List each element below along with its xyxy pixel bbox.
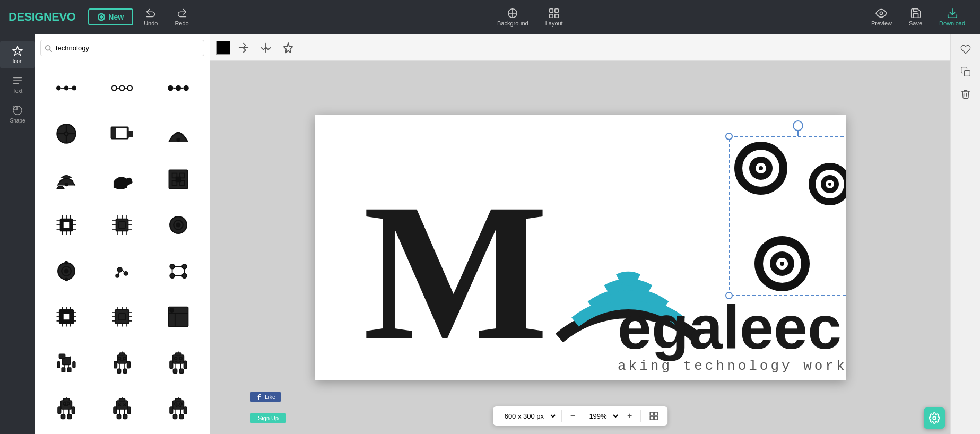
icon-cell[interactable] xyxy=(151,158,205,201)
separator xyxy=(640,410,641,422)
svg-rect-196 xyxy=(184,407,187,414)
icon-cell[interactable] xyxy=(96,249,150,293)
icon-cell[interactable] xyxy=(151,112,205,155)
svg-text:aking technology work for you.: aking technology work for you... xyxy=(618,358,846,374)
svg-rect-173 xyxy=(61,414,65,419)
settings-button[interactable] xyxy=(924,407,945,429)
svg-line-15 xyxy=(50,49,52,51)
layout-button[interactable]: Layout xyxy=(539,5,569,29)
icon-cell[interactable] xyxy=(39,386,93,430)
search-area xyxy=(35,34,210,62)
svg-rect-150 xyxy=(118,369,121,373)
sidebar-item-text[interactable]: Text xyxy=(0,71,35,98)
background-label: Background xyxy=(497,20,528,27)
undo-button[interactable]: Undo xyxy=(137,5,164,29)
flip-vertical-button[interactable] xyxy=(257,40,275,56)
svg-point-210 xyxy=(759,166,763,170)
flip-horizontal-button[interactable] xyxy=(235,40,253,56)
icon-cell[interactable] xyxy=(96,203,150,247)
svg-rect-146 xyxy=(114,361,117,368)
icon-cell[interactable] xyxy=(151,341,205,384)
icon-cell[interactable] xyxy=(39,295,93,338)
brand-evo: EVO xyxy=(51,10,75,23)
icon-cell[interactable] xyxy=(151,295,205,338)
icon-cell[interactable] xyxy=(96,386,150,430)
delete-button[interactable] xyxy=(956,84,975,103)
redo-button[interactable]: Redo xyxy=(168,5,195,29)
search-icon xyxy=(45,45,52,52)
svg-rect-111 xyxy=(63,314,70,320)
canvas-container[interactable]: M egaleecher.Net xyxy=(315,115,846,380)
svg-point-85 xyxy=(118,267,123,272)
save-button[interactable]: Save xyxy=(903,5,929,29)
svg-point-129 xyxy=(170,308,174,312)
sparkle-button[interactable] xyxy=(279,40,297,56)
svg-rect-195 xyxy=(170,407,173,414)
icon-cell[interactable] xyxy=(96,112,150,155)
icon-cell[interactable] xyxy=(39,249,93,293)
bottom-bar: 600 x 300 px − 199% 50% 75% 100% 150% 20… xyxy=(493,406,668,426)
download-button[interactable]: Download xyxy=(933,5,972,29)
svg-point-232 xyxy=(933,416,936,420)
icon-cell[interactable] xyxy=(151,203,205,247)
svg-rect-176 xyxy=(119,398,125,401)
icon-cell[interactable] xyxy=(39,112,93,155)
dimensions-select[interactable]: 600 x 300 px xyxy=(498,410,557,423)
undo-label: Undo xyxy=(144,20,158,27)
icon-cell[interactable] xyxy=(96,158,150,201)
svg-rect-182 xyxy=(114,407,117,414)
icon-cell[interactable] xyxy=(96,66,150,110)
svg-point-27 xyxy=(176,85,181,91)
favorite-button[interactable] xyxy=(956,40,975,59)
icon-cell[interactable] xyxy=(39,66,93,110)
svg-point-92 xyxy=(170,273,175,278)
icon-cell[interactable] xyxy=(39,203,93,247)
zoom-out-button[interactable]: − xyxy=(566,409,579,423)
icon-cell[interactable] xyxy=(151,249,205,293)
svg-rect-174 xyxy=(67,414,71,419)
signup-button[interactable]: Sign Up xyxy=(250,413,286,423)
svg-point-222 xyxy=(726,133,732,140)
icon-cell[interactable] xyxy=(151,66,205,110)
svg-point-22 xyxy=(120,86,125,91)
zoom-in-button[interactable]: + xyxy=(623,409,636,423)
svg-point-7 xyxy=(880,12,883,15)
svg-point-90 xyxy=(170,264,175,268)
svg-rect-231 xyxy=(654,416,657,420)
svg-rect-125 xyxy=(119,314,125,320)
svg-point-12 xyxy=(13,106,22,115)
svg-rect-189 xyxy=(176,398,181,401)
sidebar-shape-label: Shape xyxy=(10,118,25,124)
background-button[interactable]: Background xyxy=(491,5,535,29)
new-button[interactable]: New xyxy=(88,8,133,25)
icon-cell[interactable] xyxy=(151,386,205,430)
svg-rect-76 xyxy=(119,222,125,228)
color-swatch[interactable] xyxy=(216,41,230,55)
icon-cell[interactable] xyxy=(96,341,150,384)
sidebar-icon-label: Icon xyxy=(13,58,23,64)
search-input[interactable] xyxy=(40,40,204,56)
svg-point-23 xyxy=(128,86,133,91)
svg-rect-163 xyxy=(60,401,72,409)
preview-button[interactable]: Preview xyxy=(865,5,898,29)
svg-point-87 xyxy=(116,274,119,277)
svg-point-41 xyxy=(177,138,180,141)
svg-rect-228 xyxy=(650,412,653,415)
sidebar-item-icon[interactable]: Icon xyxy=(0,41,35,68)
svg-rect-158 xyxy=(184,361,187,368)
grid-toggle-button[interactable] xyxy=(645,410,662,422)
brand-logo: DESIGNEVO xyxy=(8,10,75,24)
fb-like-button[interactable]: Like xyxy=(250,392,281,402)
svg-point-224 xyxy=(726,292,732,299)
icon-cell[interactable] xyxy=(96,295,150,338)
icon-cell[interactable] xyxy=(39,158,93,201)
sidebar-item-shape[interactable]: Shape xyxy=(0,100,35,128)
svg-rect-151 xyxy=(124,369,127,373)
svg-point-18 xyxy=(72,86,76,91)
icon-cell[interactable] xyxy=(39,341,93,384)
svg-rect-134 xyxy=(57,362,60,368)
right-panel xyxy=(950,34,980,434)
zoom-select[interactable]: 199% 50% 75% 100% 150% 200% xyxy=(583,410,620,423)
svg-line-88 xyxy=(122,270,124,272)
duplicate-button[interactable] xyxy=(956,62,975,81)
